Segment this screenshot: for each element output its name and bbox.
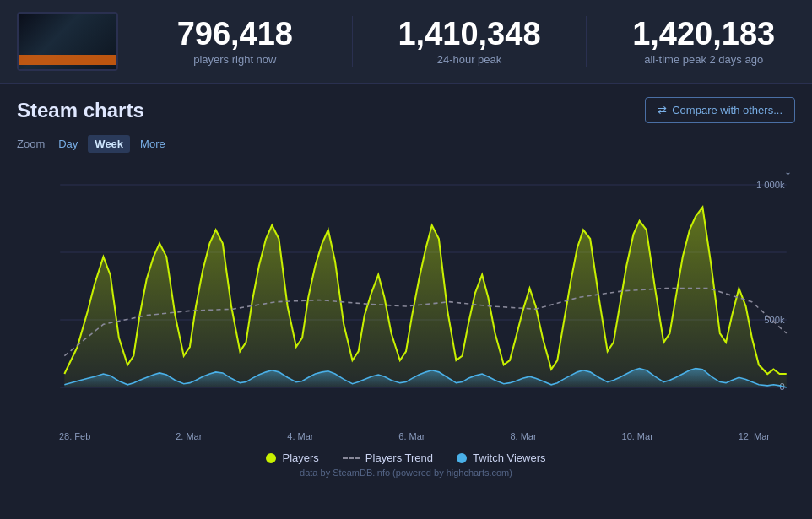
game-thumbnail-image: [19, 14, 116, 69]
legend-players: Players: [266, 451, 318, 464]
zoom-day-button[interactable]: Day: [51, 135, 84, 153]
chart-legend: Players Players Trend Twitch Viewers: [17, 445, 795, 468]
compare-button-label: Compare with others...: [672, 104, 782, 116]
zoom-week-button[interactable]: Week: [88, 135, 130, 153]
header-section: 796,418 players right now 1,410,348 24-h…: [0, 0, 812, 84]
legend-twitch: Twitch Viewers: [457, 451, 545, 464]
game-thumbnail: [17, 12, 118, 71]
peak-24h-value: 1,410,348: [398, 18, 540, 50]
x-label-1: 28. Feb: [59, 431, 90, 441]
players-trend-label: Players Trend: [365, 451, 433, 464]
zoom-label: Zoom: [17, 138, 45, 150]
x-label-5: 8. Mar: [510, 431, 536, 441]
players-dot: [266, 453, 276, 463]
all-time-peak-block: 1,420,183 all-time peak 2 days ago: [612, 18, 795, 66]
divider-2: [586, 16, 587, 67]
twitch-dot: [457, 453, 467, 463]
peak-24h-block: 1,410,348 24-hour peak: [378, 18, 561, 66]
chart-container: ↓ 1 000k 500k 0: [17, 158, 795, 428]
x-label-4: 6. Mar: [398, 431, 425, 441]
divider-1: [352, 16, 353, 67]
peak-24h-label: 24-hour peak: [437, 53, 502, 66]
compare-icon: ⇄: [658, 104, 667, 116]
players-now-block: 796,418 players right now: [143, 18, 327, 66]
zoom-bar: Zoom Day Week More: [17, 135, 795, 153]
x-label-6: 10. Mar: [622, 431, 653, 441]
players-now-value: 796,418: [177, 18, 293, 50]
players-label: Players: [282, 451, 318, 464]
players-trend-dash: [343, 457, 360, 459]
x-label-2: 2. Mar: [176, 431, 202, 441]
charts-section: Steam charts ⇄ Compare with others... Zo…: [0, 84, 812, 491]
attribution: data by SteamDB.info (powered by highcha…: [17, 468, 795, 483]
x-axis: 28. Feb 2. Mar 4. Mar 6. Mar 8. Mar 10. …: [17, 428, 795, 445]
x-label-7: 12. Mar: [739, 431, 770, 441]
x-label-3: 4. Mar: [287, 431, 313, 441]
charts-header: Steam charts ⇄ Compare with others...: [17, 97, 795, 123]
zoom-more-button[interactable]: More: [133, 135, 172, 153]
legend-players-trend: Players Trend: [343, 451, 433, 464]
section-title: Steam charts: [17, 99, 144, 122]
chart-svg: 1 000k 500k 0: [17, 158, 795, 428]
compare-button[interactable]: ⇄ Compare with others...: [645, 97, 795, 123]
all-time-peak-value: 1,420,183: [632, 18, 775, 50]
twitch-label: Twitch Viewers: [473, 451, 545, 464]
all-time-peak-label: all-time peak 2 days ago: [644, 53, 763, 66]
players-now-label: players right now: [193, 53, 276, 66]
download-icon[interactable]: ↓: [781, 158, 795, 182]
